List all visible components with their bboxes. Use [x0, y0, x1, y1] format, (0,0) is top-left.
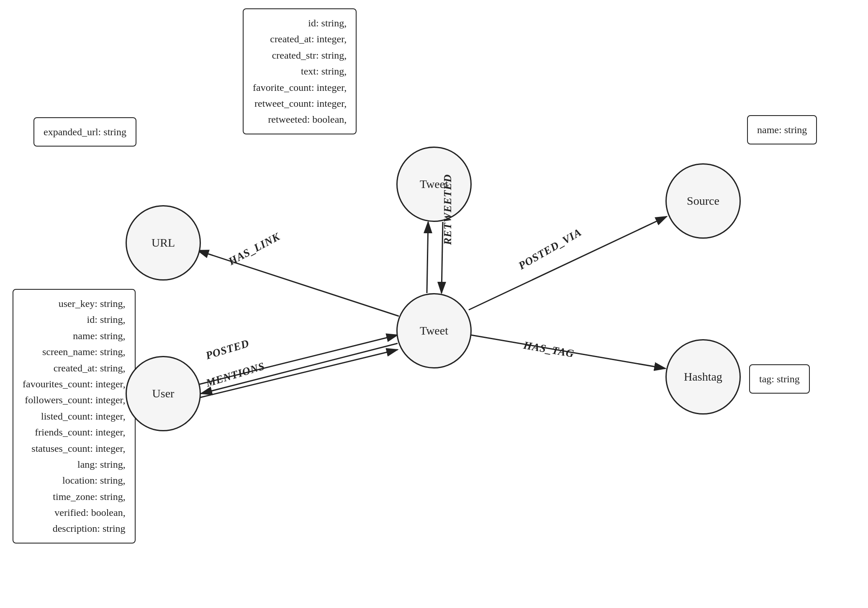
- tweet-property-box: id: string, created_at: integer, created…: [243, 8, 357, 134]
- svg-line-3: [427, 222, 428, 293]
- edge-label-has-tag: HAS_TAG: [522, 339, 575, 361]
- svg-line-5: [469, 216, 667, 310]
- url-property-box: expanded_url: string: [33, 117, 136, 147]
- edge-label-retweeted: RETWEETED: [442, 174, 454, 245]
- edge-label-posted: POSTED: [204, 337, 251, 362]
- node-url: URL: [126, 205, 201, 281]
- node-tweet-center: Tweet: [396, 293, 472, 368]
- hashtag-property-box: tag: string: [749, 364, 810, 394]
- node-tweet-top: Tweet: [396, 147, 472, 222]
- source-property-box: name: string: [747, 115, 817, 144]
- node-hashtag: Hashtag: [665, 339, 741, 415]
- edge-label-has-link: HAS_LINK: [226, 230, 282, 268]
- node-user: User: [126, 356, 201, 431]
- edge-label-mentions: MENTIONS: [205, 360, 267, 389]
- svg-line-2: [198, 250, 399, 316]
- user-property-box: user_key: string, id: string, name: stri…: [13, 289, 136, 544]
- diagram-container: Tweet Tweet URL User Source Hashtag id: …: [0, 0, 868, 608]
- edge-label-posted-via: POSTED_VIA: [516, 226, 584, 272]
- node-source: Source: [665, 163, 741, 239]
